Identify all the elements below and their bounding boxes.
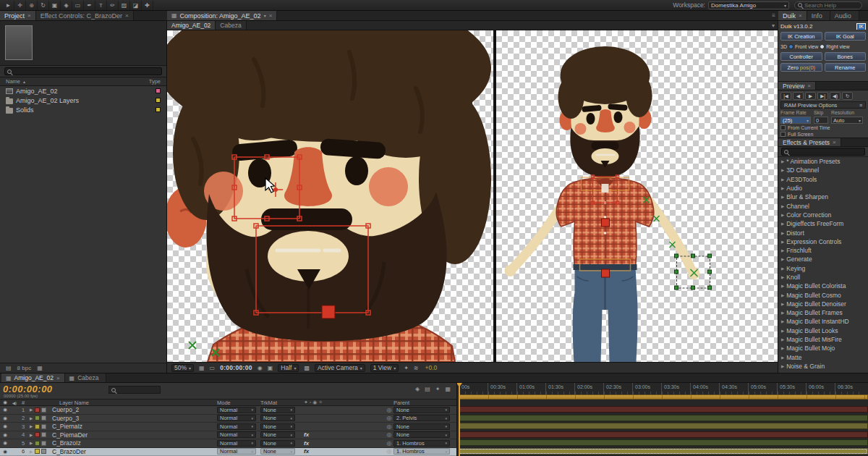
composition-view-fullbody[interactable]	[496, 30, 778, 362]
hand-tool-icon[interactable]: ✛	[14, 1, 26, 10]
effects-category-item[interactable]: ▶ Matte	[778, 353, 868, 362]
effects-category-item[interactable]: ▶ 3D Channel	[778, 166, 868, 174]
effects-category-item[interactable]: ▶ Blur & Sharpen	[778, 193, 868, 201]
panel-tab[interactable]: Audio	[830, 11, 859, 20]
layer-name[interactable]: C_BrazoIz	[51, 439, 217, 447]
help-search[interactable]	[794, 1, 862, 9]
checkbox[interactable]	[780, 125, 786, 130]
label-color-swatch[interactable]	[156, 88, 161, 93]
transport-button[interactable]: ◀)	[830, 92, 841, 100]
timeline-track-area[interactable]: 00s 00:30s 01:00s 01:30s 02:00s 02:30s 0…	[457, 383, 868, 456]
effects-category-item[interactable]: ▶ Magic Bullet Mojo	[778, 344, 868, 352]
blend-mode-select[interactable]: Normal▾	[217, 415, 256, 421]
effects-category-item[interactable]: ▶ * Animation Presets	[778, 157, 868, 166]
comp-timecode[interactable]: 0:00:00:00	[220, 364, 252, 371]
layer-duration-bar[interactable]	[459, 415, 868, 421]
visibility-eye-icon[interactable]: ◉	[0, 440, 10, 446]
effects-category-item[interactable]: ▶ Digieffects FreeForm	[778, 219, 868, 228]
motion-blur-icon[interactable]: ✦	[435, 386, 441, 392]
timeline-layer-row[interactable]: ◉ 6 ▶ C_BrazoDer Normal▾ None▾ fx ◎	[0, 448, 456, 456]
layer-color-chip[interactable]	[35, 441, 40, 446]
layer-color-chip[interactable]	[35, 408, 40, 413]
timeline-options-icon[interactable]: ◈	[415, 386, 420, 392]
project-item-row[interactable]: Solids	[0, 105, 166, 114]
help-search-input[interactable]	[804, 2, 859, 9]
expand-arrow-icon[interactable]: ▶	[781, 195, 784, 199]
frame-blend-icon[interactable]: ▤	[425, 386, 430, 392]
expand-arrow-icon[interactable]: ▶	[781, 177, 784, 182]
blend-mode-select[interactable]: Normal▾	[217, 431, 256, 438]
effects-category-item[interactable]: ▶ Channel	[778, 201, 868, 210]
visibility-eye-icon[interactable]: ◉	[0, 407, 10, 413]
region-of-interest-icon[interactable]: ▭	[210, 365, 216, 371]
blend-mode-select[interactable]: Normal▾	[217, 448, 256, 455]
camera-select[interactable]: Active Camera ▾	[315, 364, 365, 372]
comp-view-tab[interactable]: Cabeza	[216, 21, 246, 30]
layer-name[interactable]: Cuerpo_2	[51, 406, 217, 413]
expand-arrow-icon[interactable]: ▶	[781, 266, 784, 271]
layer-duration-bar[interactable]	[459, 448, 868, 455]
effects-category-item[interactable]: ▶ Knoll	[778, 273, 868, 282]
expand-arrow-icon[interactable]: ▶	[781, 355, 784, 360]
expand-arrow-icon[interactable]: ▶	[27, 433, 35, 437]
expand-arrow-icon[interactable]: ▶	[781, 240, 784, 244]
jaw-controller-handle[interactable]	[322, 305, 335, 318]
pan-behind-tool-icon[interactable]: ◈	[61, 1, 72, 10]
zoom-tool-icon[interactable]: ⊕	[26, 1, 38, 10]
parent-select[interactable]: None▾	[393, 407, 450, 413]
blend-mode-select[interactable]: Normal▾	[217, 407, 256, 413]
time-ruler[interactable]: 00s 00:30s 01:00s 01:30s 02:00s 02:30s 0…	[459, 383, 868, 394]
expand-arrow-icon[interactable]: ▶	[781, 213, 784, 217]
layer-name[interactable]: C_PiernaDer	[51, 431, 217, 439]
visibility-eye-icon[interactable]: ◉	[0, 432, 10, 438]
timeline-search-input[interactable]	[118, 387, 158, 393]
brush-tool-icon[interactable]: ✏	[107, 1, 119, 10]
parent-pickwhip-icon[interactable]: ◎	[385, 423, 393, 430]
controller-button[interactable]: Controller	[780, 52, 822, 61]
timeline-comp-tab[interactable]: ▦ Cabeza	[65, 373, 107, 382]
composition-view-closeup[interactable]	[167, 30, 493, 362]
ik-name-field[interactable]: IK	[856, 23, 866, 30]
panel-menu-icon[interactable]: ≡	[769, 11, 778, 20]
parent-select[interactable]: 1. Hombros▾	[393, 448, 450, 455]
transport-button[interactable]: ↻	[842, 92, 853, 100]
expand-arrow-icon[interactable]: ▶	[781, 284, 784, 288]
trkmat-select[interactable]: None▾	[260, 440, 295, 447]
selection-tool-icon[interactable]: ►	[3, 1, 14, 10]
chest-controller-handle[interactable]	[602, 219, 610, 227]
expand-arrow-icon[interactable]: ▶	[781, 204, 784, 208]
front-view-radio[interactable]	[788, 44, 793, 49]
flowchart-icon[interactable]: ▦	[37, 365, 43, 371]
timeline-layer-row[interactable]: ◉ 4 ▶ C_PiernaDer Normal▾ None▾ fx ◎	[0, 431, 456, 440]
expand-arrow-icon[interactable]: ▶	[27, 441, 35, 445]
ik-goal-button[interactable]: IK Goal	[825, 32, 867, 41]
eraser-tool-icon[interactable]: ◪	[130, 1, 142, 10]
parent-pickwhip-icon[interactable]: ◎	[385, 448, 393, 455]
parent-select[interactable]: 2. Pelvis▾	[393, 415, 450, 421]
trkmat-select[interactable]: None▾	[260, 431, 295, 438]
magnification-select[interactable]: 50% ▾	[171, 364, 194, 372]
layer-duration-bar[interactable]	[459, 423, 868, 429]
zero-button[interactable]: Zero pos(0)	[780, 63, 822, 72]
from-current-time-option[interactable]: From Current Time	[780, 125, 866, 130]
parent-select[interactable]: 1. Hombros▾	[393, 440, 450, 447]
parent-select[interactable]: None▾	[393, 431, 450, 438]
transport-button[interactable]: ◀	[793, 92, 804, 100]
expand-arrow-icon[interactable]: ▶	[781, 329, 784, 333]
view-layout-select[interactable]: 1 View ▾	[370, 364, 399, 372]
project-item-row[interactable]: Amigo_AE_02	[0, 86, 166, 96]
panel-tab[interactable]: Info	[807, 11, 830, 20]
right-view-radio[interactable]	[820, 44, 825, 49]
label-color-swatch[interactable]	[156, 107, 161, 112]
visibility-eye-icon[interactable]: ◉	[0, 449, 10, 455]
ik-creation-button[interactable]: IK Creation	[780, 32, 822, 41]
layer-name[interactable]: C_PiernaIz	[51, 423, 217, 430]
preview-resolution-select[interactable]: Auto ▾	[831, 117, 863, 124]
comp-view-tab[interactable]: Amigo_AE_02	[167, 21, 216, 30]
layer-name[interactable]: Cuerpo_3	[51, 415, 217, 422]
effects-category-item[interactable]: ▶ AE3DTools	[778, 175, 868, 184]
effects-category-item[interactable]: ▶ Magic Bullet MisFire	[778, 335, 868, 344]
composition-panel-tab[interactable]: ▦ Composition: Amigo_AE_02 ▾ ×	[167, 11, 277, 20]
effects-category-item[interactable]: ▶ Color Correction	[778, 211, 868, 219]
visibility-eye-icon[interactable]: ◉	[0, 415, 10, 421]
